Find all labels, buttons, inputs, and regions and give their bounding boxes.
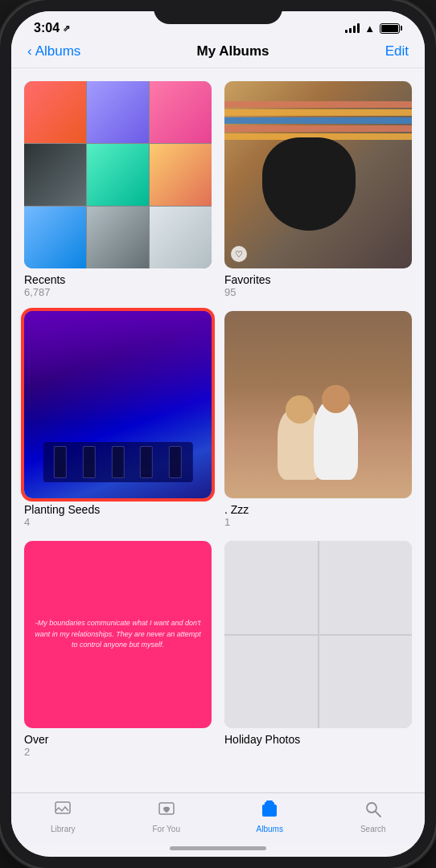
- tab-library[interactable]: Library: [11, 800, 115, 833]
- status-icons: ▲: [345, 23, 402, 35]
- search-icon: [364, 800, 383, 822]
- phone-frame: 3:04 ⇗ ▲: [0, 0, 436, 868]
- for-you-icon: [157, 800, 176, 822]
- album-count-planting-seeds: 4: [24, 516, 212, 528]
- back-button[interactable]: ‹ Albums: [27, 43, 80, 59]
- back-chevron: ‹: [27, 43, 32, 59]
- status-time: 3:04 ⇗: [34, 21, 70, 35]
- album-count-favorites: 95: [224, 286, 412, 298]
- tab-search[interactable]: Search: [322, 800, 426, 833]
- album-item-recents[interactable]: Recents 6,787: [24, 81, 212, 298]
- library-icon: [53, 800, 72, 822]
- svg-point-5: [367, 803, 376, 813]
- phone-screen: 3:04 ⇗ ▲: [11, 11, 425, 857]
- albums-grid: Recents 6,787: [24, 81, 412, 758]
- svg-rect-0: [56, 802, 70, 813]
- location-icon: ⇗: [63, 23, 70, 34]
- wifi-icon: ▲: [364, 23, 375, 35]
- over-quote: -My boundaries communicate what I want a…: [34, 618, 202, 651]
- notch: [154, 0, 282, 24]
- album-item-over[interactable]: -My boundaries communicate what I want a…: [24, 541, 212, 758]
- album-count-recents: 6,787: [24, 286, 212, 298]
- nav-header: ‹ Albums My Albums Edit: [11, 39, 425, 68]
- album-thumb-favorites: ♡: [224, 81, 412, 268]
- albums-icon: [260, 800, 279, 822]
- album-name-planting-seeds: Planting Seeds: [24, 503, 212, 516]
- album-name-favorites: Favorites: [224, 273, 412, 286]
- svg-line-6: [376, 812, 380, 817]
- tab-for-you[interactable]: For You: [115, 800, 219, 833]
- album-count-over: 2: [24, 746, 212, 758]
- signal-bars: [345, 23, 360, 33]
- albums-scroll: Recents 6,787: [11, 68, 425, 792]
- home-indicator: [170, 846, 266, 850]
- battery: [380, 23, 402, 34]
- album-count-zzz: 1: [224, 516, 412, 528]
- album-thumb-holiday-photos: [224, 541, 412, 728]
- back-label[interactable]: Albums: [35, 43, 81, 59]
- edit-button[interactable]: Edit: [385, 43, 409, 59]
- album-item-planting-seeds[interactable]: Planting Seeds 4: [24, 311, 212, 528]
- album-name-recents: Recents: [24, 273, 212, 286]
- tab-albums[interactable]: Albums: [218, 800, 322, 833]
- album-thumb-over: -My boundaries communicate what I want a…: [24, 541, 212, 728]
- time-display: 3:04: [34, 21, 60, 35]
- album-name-holiday-photos: Holiday Photos: [224, 733, 412, 746]
- album-item-holiday-photos[interactable]: Holiday Photos: [224, 541, 412, 758]
- favorites-heart: ♡: [231, 246, 247, 262]
- album-name-zzz: . Zzz: [224, 503, 412, 516]
- tab-bar: Library For You: [11, 792, 425, 843]
- album-thumb-recents: [24, 81, 212, 268]
- page-title: My Albums: [197, 43, 269, 59]
- tab-label-albums: Albums: [257, 825, 283, 833]
- tab-label-library: Library: [51, 825, 76, 833]
- album-item-favorites[interactable]: ♡ Favorites 95: [224, 81, 412, 298]
- svg-rect-4: [266, 800, 273, 803]
- album-item-zzz[interactable]: . Zzz 1: [224, 311, 412, 528]
- album-name-over: Over: [24, 733, 212, 746]
- svg-rect-2: [262, 805, 277, 817]
- album-thumb-planting-seeds: [24, 311, 212, 498]
- album-thumb-zzz: [224, 311, 412, 498]
- tab-label-for-you: For You: [153, 825, 180, 833]
- tab-label-search: Search: [360, 825, 386, 833]
